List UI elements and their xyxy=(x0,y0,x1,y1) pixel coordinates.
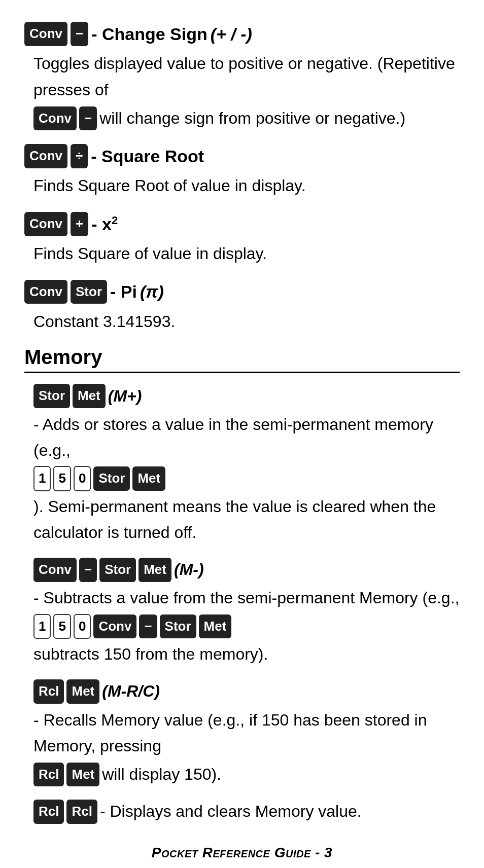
body-m-minus: Conv − Stor Met (M-) - Subtracts a value… xyxy=(24,557,460,667)
key-met-m4: Met xyxy=(199,614,232,639)
key-outline-5: 5 xyxy=(53,466,71,491)
entry-title-square-root: Conv ÷ - Square Root xyxy=(24,142,460,170)
key-rcl-2: Rcl xyxy=(33,763,64,787)
text-rcl-rcl: - Displays and clears Memory value. xyxy=(100,799,362,824)
key-conv-m2: Conv xyxy=(93,614,136,639)
key-conv-4: Conv xyxy=(24,280,67,304)
key-outline-0: 0 xyxy=(74,466,91,491)
memory-divider xyxy=(24,372,460,373)
text-x-squared: Finds Square of value in display. xyxy=(33,241,267,267)
entry-rcl-rcl: Rcl Rcl - Displays and clears Memory val… xyxy=(24,799,460,824)
entry-square-root: Conv ÷ - Square Root Finds Square Root o… xyxy=(24,142,460,199)
key-outline-0b: 0 xyxy=(74,614,91,639)
entry-title-x-squared: Conv + - x2 xyxy=(24,210,460,238)
memory-section: Memory Stor Met (M+) - Adds or stores a … xyxy=(24,346,460,825)
text-m-plus-2: ). Semi-permanent means the value is cle… xyxy=(33,494,460,546)
label-m-rc: (M-R/C) xyxy=(102,678,160,704)
entry-title-change-sign: Conv − - Change Sign (+ / -) xyxy=(24,20,460,48)
entry-x-squared: Conv + - x2 Finds Square of value in dis… xyxy=(24,210,460,267)
key-outline-1b: 1 xyxy=(33,614,51,639)
key-stor-m: Stor xyxy=(33,384,70,408)
label-m-plus: (M+) xyxy=(108,383,142,409)
label-m-minus: (M-) xyxy=(174,557,204,583)
entry-title-pi: Conv Stor - Pi (π) xyxy=(24,278,460,305)
key-conv-2: Conv xyxy=(24,144,67,168)
key-minus-m: − xyxy=(79,558,97,582)
key-met-rc: Met xyxy=(66,679,99,704)
label-x-squared: - x2 xyxy=(91,210,118,238)
body-change-sign: Toggles displayed value to positive or n… xyxy=(24,51,460,131)
key-conv-inline: Conv xyxy=(33,106,77,131)
key-rcl-3: Rcl xyxy=(33,800,64,824)
key-div: ÷ xyxy=(71,144,88,168)
key-stor-m3: Stor xyxy=(99,558,136,582)
label-change-sign-symbol: (+ / -) xyxy=(211,20,252,48)
label-pi: - Pi xyxy=(110,278,137,305)
key-minus-m2: − xyxy=(139,614,157,639)
text-m-minus-1: - Subtracts a value from the semi-perman… xyxy=(33,585,459,611)
entry-m-rc: Rcl Met (M-R/C) - Recalls Memory value (… xyxy=(24,678,460,787)
text-m-minus-2: subtracts 150 from the memory). xyxy=(33,641,268,667)
text-square-root: Finds Square Root of value in display. xyxy=(33,173,306,199)
body-m-rc: Rcl Met (M-R/C) - Recalls Memory value (… xyxy=(24,678,460,787)
text-will-change: will change sign from positive or negati… xyxy=(99,105,405,131)
body-pi: Constant 3.141593. xyxy=(24,309,460,335)
body-square-root: Finds Square Root of value in display. xyxy=(24,173,460,199)
text-pi: Constant 3.141593. xyxy=(33,309,175,335)
key-conv-m: Conv xyxy=(33,558,77,582)
key-met-rc2: Met xyxy=(66,763,99,787)
key-met-m2: Met xyxy=(132,466,165,491)
body-m-plus: Stor Met (M+) - Adds or stores a value i… xyxy=(24,383,460,546)
key-stor-m4: Stor xyxy=(160,614,196,639)
footer: Pocket Reference Guide - 3 xyxy=(24,845,460,861)
text-toggles: Toggles displayed value to positive or n… xyxy=(33,51,460,102)
key-rcl-1: Rcl xyxy=(33,679,64,704)
label-change-sign: - Change Sign xyxy=(91,20,208,48)
entry-pi: Conv Stor - Pi (π) Constant 3.141593. xyxy=(24,278,460,335)
key-met-m3: Met xyxy=(139,558,171,582)
label-pi-symbol: (π) xyxy=(140,278,164,305)
text-m-plus-1: - Adds or stores a value in the semi-per… xyxy=(33,412,460,463)
text-m-rc-2: will display 150). xyxy=(102,762,221,787)
page-content: Conv − - Change Sign (+ / -) Toggles dis… xyxy=(24,20,460,861)
key-minus-1: − xyxy=(71,22,88,46)
memory-header: Memory xyxy=(24,346,460,369)
key-outline-1: 1 xyxy=(33,466,51,491)
key-plus: + xyxy=(71,212,88,236)
key-met-m: Met xyxy=(73,384,106,408)
label-square-root: - Square Root xyxy=(91,142,204,170)
entry-change-sign: Conv − - Change Sign (+ / -) Toggles dis… xyxy=(24,20,460,131)
key-outline-5b: 5 xyxy=(53,614,71,639)
entry-m-plus: Stor Met (M+) - Adds or stores a value i… xyxy=(24,383,460,546)
key-stor-m2: Stor xyxy=(93,466,130,491)
key-conv-1: Conv xyxy=(24,22,67,46)
key-minus-inline: − xyxy=(79,106,97,131)
key-conv-3: Conv xyxy=(24,212,67,236)
body-x-squared: Finds Square of value in display. xyxy=(24,241,460,267)
key-rcl-4: Rcl xyxy=(66,800,97,824)
text-m-rc-1: - Recalls Memory value (e.g., if 150 has… xyxy=(33,707,460,759)
key-stor-pi: Stor xyxy=(71,280,107,304)
body-rcl-rcl: Rcl Rcl - Displays and clears Memory val… xyxy=(24,799,460,824)
entry-m-minus: Conv − Stor Met (M-) - Subtracts a value… xyxy=(24,557,460,667)
